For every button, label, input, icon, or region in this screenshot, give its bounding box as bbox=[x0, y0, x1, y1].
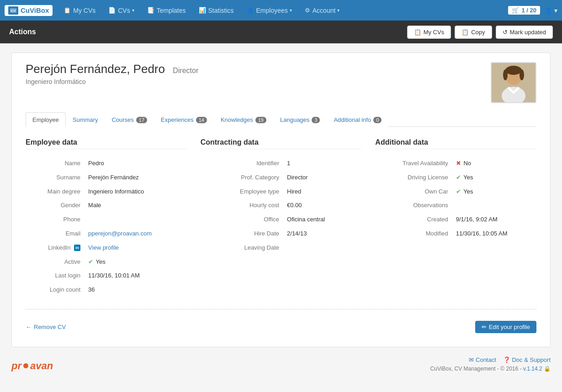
my-cvs-btn-icon: 📋 bbox=[414, 29, 421, 36]
additional-info-badge: 0 bbox=[373, 117, 382, 123]
additional-data-title: Additional data bbox=[375, 138, 536, 149]
field-label: Identifier bbox=[201, 157, 284, 170]
section-divider bbox=[26, 309, 536, 309]
table-row: Identifier 1 bbox=[201, 157, 361, 170]
experiences-badge: 14 bbox=[196, 117, 207, 123]
field-label: Modified bbox=[376, 227, 452, 240]
field-label: Observations bbox=[376, 199, 452, 212]
linkedin-icon: in bbox=[74, 245, 80, 251]
tab-additional-info[interactable]: Additional info 0 bbox=[327, 112, 388, 127]
copy-button[interactable]: 📋 Copy bbox=[455, 26, 492, 39]
contracting-data-title: Contracting data bbox=[201, 138, 362, 149]
tabs: Employee Summary Courses 17 Experiences … bbox=[26, 112, 536, 127]
profile-header: Perejón Fernández, Pedro Director Ingeni… bbox=[26, 62, 536, 103]
logo-dot bbox=[23, 363, 28, 368]
tab-summary[interactable]: Summary bbox=[66, 112, 105, 127]
field-label: LinkedIn in bbox=[27, 241, 85, 255]
nav-statistics[interactable]: 📊 Statistics bbox=[192, 0, 240, 21]
version-link[interactable]: v.1.14.2 bbox=[523, 366, 542, 372]
field-value: ✔ Yes bbox=[454, 171, 535, 184]
table-row: Observations bbox=[376, 199, 535, 212]
field-value: Hired bbox=[285, 185, 361, 199]
mark-updated-icon: ↺ bbox=[503, 29, 508, 36]
field-value: Male bbox=[86, 199, 186, 212]
field-label: Prof. Category bbox=[201, 171, 284, 184]
field-label: Own Car bbox=[376, 185, 452, 199]
field-label: Active bbox=[27, 256, 85, 269]
logo-pro: pr bbox=[11, 360, 21, 372]
table-row: Prof. Category Director bbox=[201, 171, 361, 184]
cvs-icon: 📄 bbox=[108, 7, 116, 14]
travel-cross-icon: ✖ bbox=[456, 160, 461, 167]
field-label: Login count bbox=[27, 283, 85, 297]
copy-icon: 📋 bbox=[461, 29, 469, 36]
own-car-check-icon: ✔ bbox=[456, 188, 461, 195]
user-caret: ▾ bbox=[554, 7, 557, 14]
doc-support-link[interactable]: ❓ Doc & Support bbox=[503, 356, 551, 363]
contracting-data-table: Identifier 1 Prof. Category Director Emp… bbox=[201, 156, 362, 256]
main-content: Perejón Fernández, Pedro Director Ingeni… bbox=[11, 52, 551, 347]
table-row: Phone bbox=[27, 213, 186, 226]
table-row: Main degree Ingeniero Informático bbox=[27, 185, 186, 199]
field-value: Director bbox=[285, 171, 361, 184]
table-row: Office Oficina central bbox=[201, 213, 361, 226]
linkedin-link[interactable]: View profile bbox=[88, 244, 119, 251]
field-value: Pedro bbox=[86, 157, 186, 170]
tab-languages[interactable]: Languages 3 bbox=[273, 112, 327, 127]
email-link[interactable]: pperejon@proavan.com bbox=[88, 230, 152, 237]
contact-icon: ✉ bbox=[469, 356, 476, 363]
svg-point-6 bbox=[503, 69, 508, 80]
languages-badge: 3 bbox=[312, 117, 320, 123]
edit-profile-button[interactable]: ✏ Edit your profile bbox=[475, 321, 536, 333]
nav-templates[interactable]: 📑 Templates bbox=[141, 0, 192, 21]
nav-account[interactable]: ⚙ Account ▾ bbox=[298, 0, 346, 21]
remove-cv-button[interactable]: ← Remove CV bbox=[26, 324, 66, 330]
driving-check-icon: ✔ bbox=[456, 174, 461, 181]
profile-role: Director bbox=[173, 67, 198, 74]
field-label: Created bbox=[376, 213, 452, 226]
tab-experiences[interactable]: Experiences 14 bbox=[154, 112, 214, 127]
field-value bbox=[454, 199, 535, 212]
mark-updated-button[interactable]: ↺ Mark updated bbox=[496, 26, 553, 39]
cart-icon: 🛒 bbox=[512, 7, 519, 14]
field-label: Travel Availability bbox=[376, 157, 452, 170]
user-menu[interactable]: 👤 ▾ bbox=[545, 7, 557, 14]
profile-name: Perejón Fernández, Pedro Director bbox=[26, 62, 491, 76]
knowledges-badge: 19 bbox=[255, 117, 266, 123]
nav-cvs[interactable]: 📄 CVs ▾ bbox=[102, 0, 140, 21]
tab-courses[interactable]: Courses 17 bbox=[105, 112, 154, 127]
footer-actions: ← Remove CV ✏ Edit your profile bbox=[26, 321, 536, 333]
table-row: Active ✔ Yes bbox=[27, 256, 186, 269]
field-label: Phone bbox=[27, 213, 85, 226]
footer-inner: pravan ✉ Contact ❓ Doc & Support CuViBox… bbox=[11, 356, 551, 372]
cart-badge[interactable]: 🛒 1 / 20 bbox=[508, 6, 540, 15]
tab-employee[interactable]: Employee bbox=[26, 112, 66, 127]
field-label: Last login bbox=[27, 269, 85, 282]
field-value: 9/1/16, 9:02 AM bbox=[454, 213, 535, 226]
field-label: Gender bbox=[27, 199, 85, 212]
nav-my-cvs[interactable]: 📋 My CVs bbox=[57, 0, 102, 21]
account-caret: ▾ bbox=[337, 8, 339, 13]
logo-van: avan bbox=[30, 360, 53, 372]
field-label: Main degree bbox=[27, 185, 85, 199]
field-value: Ingeniero Informático bbox=[86, 185, 186, 199]
edit-icon: ✏ bbox=[482, 324, 487, 330]
actions-title: Actions bbox=[9, 28, 407, 36]
field-value: ✔ Yes bbox=[86, 256, 186, 269]
employee-data-title: Employee data bbox=[26, 138, 187, 149]
my-cvs-button[interactable]: 📋 My CVs bbox=[407, 26, 451, 39]
field-label: Surname bbox=[27, 171, 85, 184]
brand-logo[interactable]: CV CuViBox bbox=[5, 5, 53, 16]
table-row: LinkedIn in View profile bbox=[27, 241, 186, 255]
table-row: Own Car ✔ Yes bbox=[376, 185, 535, 199]
additional-data-section: Additional data Travel Availability ✖ No… bbox=[375, 138, 536, 298]
nav-employees[interactable]: 👤 Employees ▾ bbox=[240, 0, 298, 21]
table-row: Created 9/1/16, 9:02 AM bbox=[376, 213, 535, 226]
field-value bbox=[86, 213, 186, 226]
table-row: Surname Perejón Fernández bbox=[27, 171, 186, 184]
table-row: Gender Male bbox=[27, 199, 186, 212]
tab-knowledges[interactable]: Knowledges 19 bbox=[214, 112, 273, 127]
contact-link[interactable]: ✉ Contact bbox=[469, 356, 496, 363]
data-sections: Employee data Name Pedro Surname Perejón… bbox=[26, 138, 536, 298]
table-row: Email pperejon@proavan.com bbox=[27, 227, 186, 240]
